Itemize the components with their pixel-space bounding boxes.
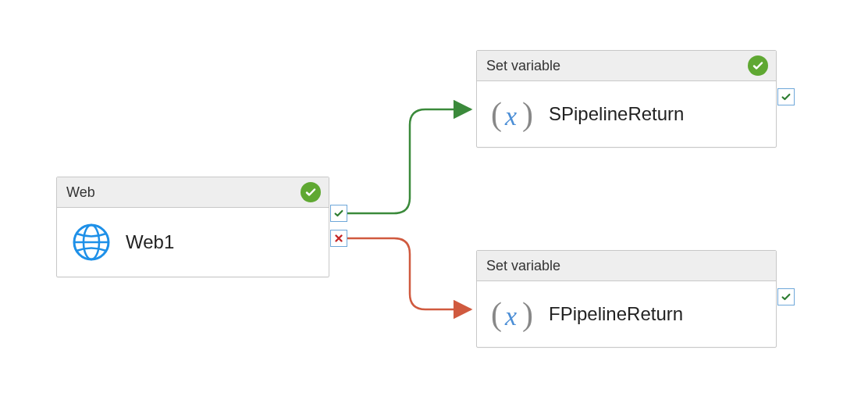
edge-failure	[347, 238, 471, 309]
activity-svar-body: ( x ) SPipelineReturn	[477, 81, 776, 147]
variable-icon: ( x )	[491, 295, 535, 333]
activity-name-label: Web1	[126, 231, 174, 253]
success-output-port[interactable]	[330, 205, 347, 222]
svg-text:): )	[522, 296, 533, 333]
variable-icon: ( x )	[491, 95, 535, 133]
success-output-port[interactable]	[777, 88, 795, 105]
activity-set-variable-success[interactable]: Set variable ( x ) SPipelineReturn	[476, 50, 777, 148]
activity-set-variable-failure[interactable]: Set variable ( x ) FPipelineReturn	[476, 250, 777, 348]
activity-web[interactable]: Web Web1	[56, 177, 329, 277]
success-status-icon	[748, 55, 768, 76]
activity-name-label: SPipelineReturn	[549, 103, 684, 125]
edge-success	[347, 109, 471, 213]
activity-svar-header: Set variable	[477, 51, 776, 81]
success-status-icon	[301, 182, 321, 202]
activity-type-label: Set variable	[486, 58, 560, 74]
globe-icon	[71, 222, 112, 263]
svg-text:x: x	[504, 302, 517, 330]
svg-text:x: x	[504, 102, 517, 130]
activity-web-body: Web1	[57, 208, 329, 277]
activity-fvar-header: Set variable	[477, 251, 776, 281]
status-placeholder	[748, 255, 768, 276]
activity-name-label: FPipelineReturn	[549, 303, 683, 325]
svg-text:(: (	[491, 96, 502, 133]
svg-text:(: (	[491, 296, 502, 333]
activity-fvar-body: ( x ) FPipelineReturn	[477, 281, 776, 347]
activity-type-label: Web	[66, 184, 95, 201]
activity-type-label: Set variable	[486, 258, 560, 274]
activity-web-header: Web	[57, 177, 329, 208]
success-output-port[interactable]	[777, 288, 795, 305]
failure-output-port[interactable]	[330, 230, 347, 247]
pipeline-canvas[interactable]: Web Web1 Set variable	[0, 0, 868, 418]
svg-text:): )	[522, 96, 533, 133]
